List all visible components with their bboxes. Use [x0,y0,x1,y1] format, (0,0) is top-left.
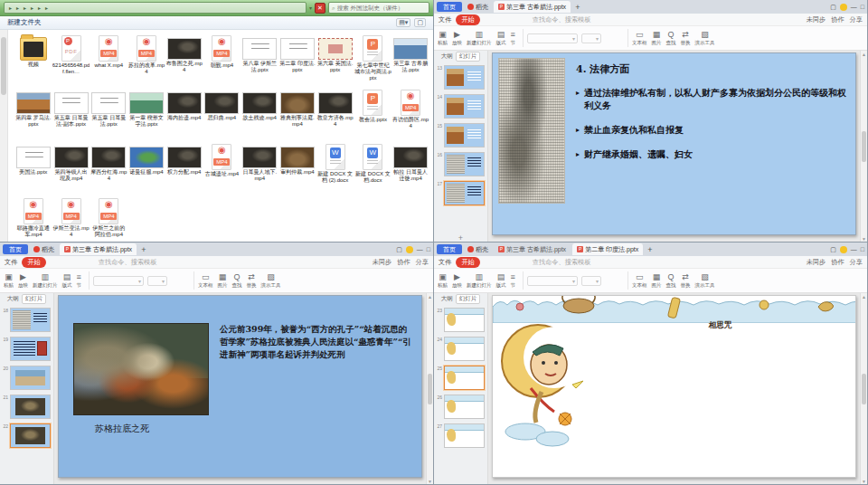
document-tab[interactable]: P第二章 印度法.pptx [572,243,643,255]
toolbar-button[interactable]: ▤版式 [496,30,506,46]
toolbar-button[interactable]: ▥新建幻灯片 [467,30,492,46]
toolbar-button[interactable]: Q查找 [232,272,242,289]
slide-scrollbar[interactable]: ▲▼ [426,293,433,485]
maximize-button[interactable]: □ [861,4,864,10]
toolbar-button[interactable]: ≡节 [511,30,516,46]
slide-preview[interactable] [10,423,51,448]
slide-preview[interactable] [444,366,485,390]
toolbar-button[interactable]: ▤版式 [62,272,72,289]
file-item[interactable]: 故土残迹.mp4 [241,88,278,139]
toolbar-button[interactable]: ▦图片 [652,272,662,289]
new-tab-button[interactable]: + [575,3,580,12]
font-select[interactable]: ▾ [93,276,144,286]
font-select[interactable]: ▾ [527,276,578,286]
scrollbar-thumb[interactable] [862,374,866,404]
slide-thumbnail[interactable]: 18 [2,308,51,332]
slide-preview[interactable] [10,308,51,332]
docer-tab[interactable]: 稻壳 [31,245,57,254]
file-item[interactable]: 雅典刑事法庭.mp4 [278,88,316,139]
slide-canvas[interactable]: 相思咒 [492,295,856,478]
file-item[interactable]: 第二章 印度法.pptx [278,33,316,85]
slide-preview[interactable] [444,152,485,176]
file-item[interactable]: 海内拾遗.mp4 [165,88,203,139]
file-menu[interactable]: 文件 [439,258,451,267]
file-item[interactable]: 第七章中世纪城市法与商法.pptx [354,33,392,85]
slide-thumbnail[interactable]: 19 [2,337,51,361]
docer-tab[interactable]: 稻壳 [465,245,491,254]
file-menu[interactable]: 文件 [5,258,17,267]
member-icon[interactable] [840,246,847,253]
document-tab[interactable]: P第三章 古希腊法.pptx [494,243,571,255]
file-item[interactable]: 伊斯兰之前的阿拉伯.mp4 [90,196,127,242]
image-caption[interactable]: 苏格拉底之死 [95,423,209,435]
breadcrumb-item[interactable] [22,5,28,11]
toolbar-button[interactable]: Q查找 [666,30,676,46]
outline-tab[interactable]: 大纲 [441,295,453,303]
engraving-image[interactable] [498,58,565,204]
file-menu[interactable]: 文件 [439,15,451,24]
toolbar-button[interactable]: ⇄替换 [681,30,691,46]
sync-status[interactable]: 未同步 [807,258,826,267]
home-tab[interactable]: 首页 [437,2,462,12]
scrollbar-thumb[interactable] [1,37,6,95]
outline-tab[interactable]: 大纲 [441,52,453,61]
breadcrumb-item[interactable] [36,5,42,11]
file-item[interactable]: 耶路撒冷直通车.mp4 [14,196,52,242]
breadcrumb-item[interactable] [29,5,35,11]
slide-preview[interactable] [10,395,51,419]
new-tab-button[interactable]: + [647,245,652,254]
font-size-select[interactable]: ▾ [147,276,167,286]
collab-button[interactable]: 协作 [831,15,844,24]
outline-tab[interactable]: 大纲 [7,295,19,303]
slide-thumbnail[interactable]: 15 [436,123,485,147]
file-item[interactable]: 新建 DOCX 文档 (2).docx [316,142,354,194]
file-item[interactable]: 权力分配.mp4 [165,142,203,194]
document-tab[interactable]: P第三章 古希腊法.pptx [60,243,137,255]
breadcrumb-item[interactable] [14,5,21,11]
docer-tab[interactable]: 稻壳 [465,3,491,12]
file-item[interactable]: 第六章 英国法.pptx [316,33,354,85]
slide-thumbnail[interactable]: 24 [436,337,485,361]
slide-text[interactable]: 4. 法律方面 ▸ 通过法律维护私有制，以私人财产多寡为依据划分公民的等级和权利… [576,62,846,173]
collab-button[interactable]: 协作 [831,258,844,267]
slide-preview[interactable] [444,337,485,361]
slide-preview[interactable] [444,65,485,90]
scrollbar-thumb[interactable] [862,131,866,162]
toolbar-button[interactable]: ▦图片 [652,30,662,46]
toolbar-button[interactable]: ⇄替换 [681,272,691,289]
slide-preview[interactable] [444,423,485,448]
layout-switch-icon[interactable]: ▢ [830,4,836,11]
minimize-button[interactable]: — [417,246,423,252]
slide-scrollbar[interactable]: ▲▼ [860,51,867,242]
file-item[interactable]: 再访伯爵区.mp4 [392,88,429,139]
minimize-button[interactable]: — [851,4,857,10]
slide-thumbnail[interactable]: 22 [2,423,51,448]
slides-tab[interactable]: 幻灯片 [456,294,481,304]
home-tab[interactable]: 首页 [3,244,28,254]
toolbar-button[interactable]: ▣粘贴 [438,30,448,46]
toolbar-button[interactable]: ▶放映 [452,272,462,289]
slide-preview[interactable] [444,395,485,419]
file-item[interactable]: 朝觐.mp4 [203,33,241,85]
file-item[interactable]: 新建 DOCX 文档.docx [354,142,392,194]
slide-preview[interactable] [444,308,485,332]
toolbar-button[interactable]: ⇄替换 [247,272,257,289]
slide-thumbnail[interactable]: 25 [436,366,485,390]
share-button[interactable]: 分享 [850,258,863,267]
slide-thumbnail[interactable]: 17 [436,181,485,205]
file-item[interactable]: 苏拉的改革.mp4 [127,33,165,85]
share-button[interactable]: 分享 [416,258,429,267]
search-input[interactable] [337,5,426,11]
file-item[interactable]: 第八章 伊斯兰法.pptx [241,33,278,85]
menu-start[interactable]: 开始 [456,257,479,268]
file-item[interactable]: 布鲁图之死.mp4 [165,33,203,85]
command-search[interactable]: 查找命令、搜索模板 [533,258,591,267]
slide-scrollbar[interactable]: ▲▼ [860,293,867,485]
new-tab-button[interactable]: + [141,245,146,254]
slides-tab[interactable]: 幻灯片 [456,52,481,62]
share-button[interactable]: 分享 [850,15,863,24]
file-item[interactable]: 教皇方济各.mp4 [316,88,354,139]
toolbar-button[interactable]: ▭文本框 [198,272,213,289]
layout-switch-icon[interactable]: ▢ [396,246,402,253]
slide-thumbnail[interactable]: 26 [436,395,485,419]
